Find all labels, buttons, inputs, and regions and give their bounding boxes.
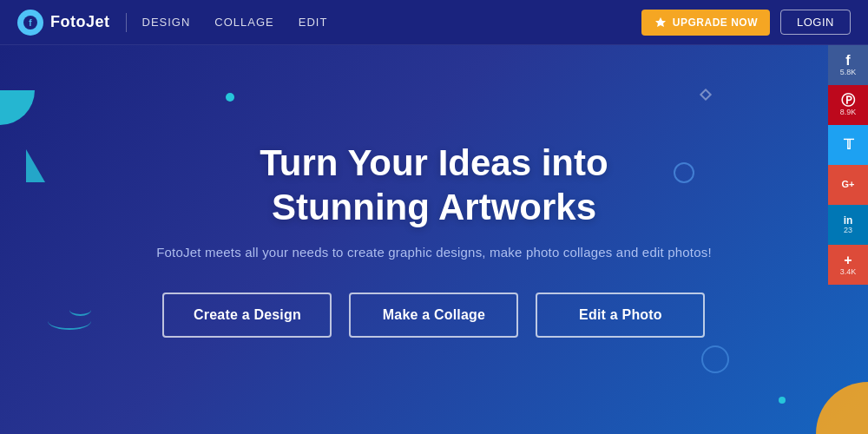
nav-actions: UPGRADE NOW LOGIN [641,10,851,36]
social-linkedin[interactable]: in 23 [828,205,868,245]
navbar: f FotoJet DESIGN COLLAGE EDIT UPGRADE NO… [0,0,868,45]
nav-link-collage[interactable]: COLLAGE [214,16,273,29]
hero-title: Turn Your Ideas into Stunning Artworks [156,141,712,229]
shape-diamond [700,89,712,101]
edit-photo-button[interactable]: Edit a Photo [536,293,705,338]
make-collage-button[interactable]: Make a Collage [349,293,518,338]
social-pinterest[interactable]: Ⓟ 8.9K [828,85,868,125]
shape-corner-br [816,382,868,434]
cta-row: Create a Design Make a Collage Edit a Ph… [156,293,712,338]
upgrade-button[interactable]: UPGRADE NOW [641,10,770,36]
login-button[interactable]: LOGIN [780,10,851,35]
googleplus-icon: G+ [842,180,855,189]
shape-dot-teal [779,397,786,404]
social-sidebar: f 5.8K Ⓟ 8.9K 𝕋 G+ in 23 + 3.4K [828,45,868,285]
nav-link-edit[interactable]: EDIT [299,16,328,29]
social-googleplus[interactable]: G+ [828,165,868,205]
social-twitter[interactable]: 𝕋 [828,125,868,165]
social-share[interactable]: + 3.4K [828,245,868,285]
shape-corner-tl [0,90,35,125]
nav-link-design[interactable]: DESIGN [142,16,191,29]
pinterest-icon: Ⓟ [841,94,855,108]
shape-wave [48,312,91,330]
twitter-icon: 𝕋 [844,138,853,152]
linkedin-icon: in [844,215,853,226]
hero-subtitle: FotoJet meets all your needs to create g… [156,245,712,260]
nav-divider [126,13,127,32]
hero-section: Turn Your Ideas into Stunning Artworks F… [0,45,868,434]
shape-triangle [26,149,45,182]
facebook-count: 5.8K [840,69,857,76]
social-facebook[interactable]: f 5.8K [828,45,868,85]
logo-icon: f [17,10,43,36]
create-design-button[interactable]: Create a Design [162,293,332,338]
hero-content: Turn Your Ideas into Stunning Artworks F… [122,141,746,338]
facebook-icon: f [845,54,850,68]
shape-teal-dot [226,93,234,102]
share-icon: + [844,253,852,267]
logo-area[interactable]: f FotoJet [17,10,110,36]
linkedin-count: 23 [844,227,852,234]
shape-circle-outline-2 [701,345,729,373]
logo-text: FotoJet [50,13,110,31]
pinterest-count: 8.9K [840,108,857,116]
nav-links: DESIGN COLLAGE EDIT [142,16,641,29]
share-count: 3.4K [840,268,857,276]
